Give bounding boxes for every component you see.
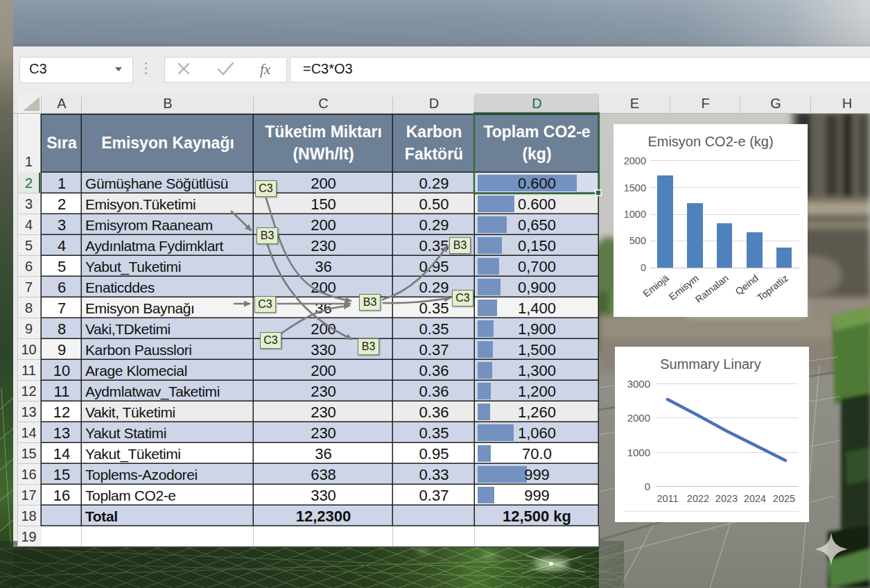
svg-text:2025: 2025 bbox=[773, 493, 795, 504]
svg-text:Summary Linary: Summary Linary bbox=[660, 356, 761, 372]
svg-text:2024: 2024 bbox=[744, 493, 766, 504]
svg-text:2022: 2022 bbox=[687, 493, 709, 504]
svg-text:500: 500 bbox=[629, 235, 646, 246]
svg-text:1000: 1000 bbox=[624, 209, 646, 220]
svg-text:2011: 2011 bbox=[656, 493, 678, 504]
svg-text:2000: 2000 bbox=[624, 155, 646, 166]
svg-text:1000: 1000 bbox=[627, 447, 650, 458]
svg-text:2023: 2023 bbox=[715, 493, 738, 504]
svg-text:0: 0 bbox=[641, 262, 646, 273]
svg-text:0: 0 bbox=[645, 481, 650, 492]
svg-text:2000: 2000 bbox=[627, 412, 650, 424]
svg-text:3000: 3000 bbox=[627, 378, 650, 390]
svg-text:Emisyon CO2-e (kg): Emisyon CO2-e (kg) bbox=[647, 134, 773, 149]
svg-text:1500: 1500 bbox=[624, 182, 646, 193]
